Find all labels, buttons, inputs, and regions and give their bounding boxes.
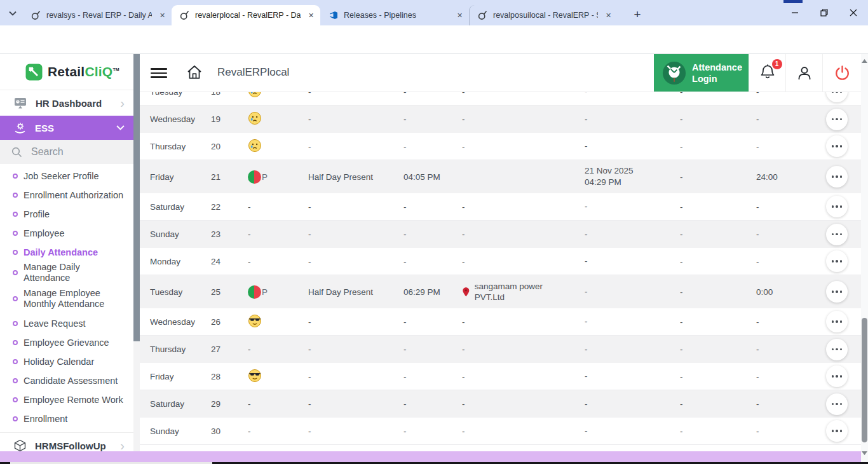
tab-title: revalsys - Reval ERP - Daily Atte xyxy=(46,11,152,20)
cell-location: - xyxy=(462,92,585,97)
cell-datetime: - xyxy=(585,229,680,240)
bullet-icon xyxy=(13,397,18,402)
cell-time: - xyxy=(403,372,462,381)
row-actions-button[interactable] xyxy=(826,311,848,332)
tab-search-icon[interactable] xyxy=(5,6,20,21)
table-row: Sunday 23 - - - - - - - xyxy=(140,221,861,248)
page-scrollbar-thumb[interactable] xyxy=(862,318,867,442)
browser-tab[interactable]: revalsys - Reval ERP - Daily Atte✕ xyxy=(23,5,172,25)
sidebar-item-manage-daily-attendance[interactable]: Manage Daily Attendance xyxy=(0,262,133,283)
cell-hours: 0:00 xyxy=(756,287,826,297)
menu-hamburger-icon[interactable] xyxy=(151,65,167,79)
tab-title: revalposuilocal - RevalERP - Site xyxy=(493,11,598,20)
row-actions-button[interactable] xyxy=(826,339,848,360)
sidebar-item-leave-request[interactable]: Leave Request xyxy=(0,314,133,333)
cell-location: - xyxy=(462,345,585,354)
cell-time: - xyxy=(403,317,462,327)
tab-close-icon[interactable]: ✕ xyxy=(306,10,316,21)
table-row: Thursday 27 - - - - - - - xyxy=(140,336,861,363)
page-scrollbar[interactable] xyxy=(861,54,868,464)
browser-tab[interactable]: revalerplocal - RevalERP - Daily✕ xyxy=(172,5,320,25)
logout-power-button[interactable] xyxy=(822,54,861,92)
notifications-button[interactable]: 1 xyxy=(749,54,785,92)
app-logo-text: RetailCliQTM xyxy=(48,64,119,79)
cell-day: Sunday xyxy=(150,426,211,436)
tab-close-icon[interactable]: ✕ xyxy=(603,10,614,21)
cell-status-icon: - xyxy=(248,399,308,409)
cell-hours: - xyxy=(756,426,826,436)
bullet-icon xyxy=(13,359,18,364)
bottom-purple-strip xyxy=(0,451,861,462)
sidebar-scrollbar-thumb[interactable] xyxy=(133,54,140,341)
sidebar-search[interactable] xyxy=(0,140,133,164)
sidebar-item-enrollment[interactable]: Enrollment xyxy=(0,409,133,428)
row-actions-button[interactable] xyxy=(826,92,848,102)
sidebar-item-enrollment-authorization[interactable]: Enrollment Authorization xyxy=(0,186,133,205)
row-actions-button[interactable] xyxy=(826,166,848,188)
row-actions-button[interactable] xyxy=(826,109,848,130)
sidebar-item-hr-dashboard[interactable]: HR Dashboard › xyxy=(0,90,133,116)
row-actions-button[interactable] xyxy=(826,135,848,157)
cell-time: - xyxy=(403,142,462,151)
cell-date: 21 xyxy=(211,172,248,182)
sidebar-item-profile[interactable]: Profile xyxy=(0,205,133,224)
cell-status-text: - xyxy=(308,257,403,266)
cell-day: Friday xyxy=(150,172,211,182)
cell-status-text: - xyxy=(308,92,403,97)
cell-datetime: - xyxy=(585,344,680,355)
cell-hours: - xyxy=(756,202,826,212)
window-minimize-button[interactable] xyxy=(780,0,810,25)
user-icon xyxy=(796,65,813,81)
window-close-button[interactable] xyxy=(839,0,868,25)
cell-datetime: - xyxy=(585,140,680,152)
browser-tab[interactable]: Releases - Pipelines✕ xyxy=(320,5,469,25)
user-profile-button[interactable] xyxy=(785,54,822,92)
browser-tab[interactable]: revalposuilocal - RevalERP - Site✕ xyxy=(469,5,618,25)
sidebar-item-holiday-calendar[interactable]: Holiday Calendar xyxy=(0,352,133,371)
cell-status-icon: P xyxy=(248,285,308,299)
sidebar-item-employee-remote-work[interactable]: Employee Remote Work xyxy=(0,390,133,409)
new-tab-button[interactable]: + xyxy=(629,6,646,23)
sidebar-item-job-seeker-profile[interactable]: Job Seeker Profile xyxy=(0,167,133,186)
row-actions-button[interactable] xyxy=(826,393,848,415)
browser-tab-strip: revalsys - Reval ERP - Daily Atte✕revale… xyxy=(0,0,868,25)
tab-close-icon[interactable]: ✕ xyxy=(454,10,465,21)
sidebar-item-employee[interactable]: Employee xyxy=(0,224,133,243)
cell-status-icon: P xyxy=(248,170,308,184)
sidebar-item-manage-employee-monthly-attendance[interactable]: Manage Employee Monthly Attendance xyxy=(0,283,133,314)
cell-location: - xyxy=(462,317,585,327)
row-actions-button[interactable] xyxy=(826,365,848,387)
cell-overtime: - xyxy=(680,142,756,151)
sidebar-item-daily-attendance[interactable]: Daily Attendance xyxy=(0,243,133,262)
row-actions-button[interactable] xyxy=(826,224,848,245)
attendance-login-button[interactable]: AttendanceLogin xyxy=(654,54,749,92)
cell-location: - xyxy=(462,114,585,124)
cell-date: 19 xyxy=(211,114,248,124)
cell-day: Monday xyxy=(150,257,211,266)
tab-favicon-reval-icon xyxy=(31,10,41,21)
sunglasses-face-emoji-icon xyxy=(248,369,262,385)
bullet-icon xyxy=(13,378,18,383)
half-day-present-icon xyxy=(248,285,261,299)
cell-overtime: - xyxy=(680,426,756,436)
scroll-down-icon[interactable] xyxy=(861,449,868,457)
cell-datetime: - xyxy=(585,425,680,437)
bullet-icon xyxy=(13,340,18,345)
window-restore-button[interactable] xyxy=(810,0,839,25)
sidebar-scrollbar[interactable] xyxy=(133,54,140,464)
crying-face-emoji-icon xyxy=(248,139,262,154)
sidebar-item-employee-grievance[interactable]: Employee Grievance xyxy=(0,333,133,352)
chevron-right-icon: › xyxy=(120,97,125,109)
row-actions-button[interactable] xyxy=(826,420,848,442)
tab-close-icon[interactable]: ✕ xyxy=(157,10,168,21)
search-input[interactable] xyxy=(30,146,121,158)
row-actions-button[interactable] xyxy=(826,196,848,217)
sidebar-item-ess[interactable]: ESS xyxy=(0,116,133,140)
sidebar-item-candidate-assessment[interactable]: Candidate Assessment xyxy=(0,371,133,390)
cell-status-text: - xyxy=(308,142,403,151)
app-home-icon[interactable] xyxy=(186,64,203,82)
row-actions-button[interactable] xyxy=(826,281,848,303)
row-actions-button[interactable] xyxy=(826,250,848,272)
scroll-up-icon[interactable] xyxy=(861,57,868,65)
cell-date: 18 xyxy=(211,92,248,97)
